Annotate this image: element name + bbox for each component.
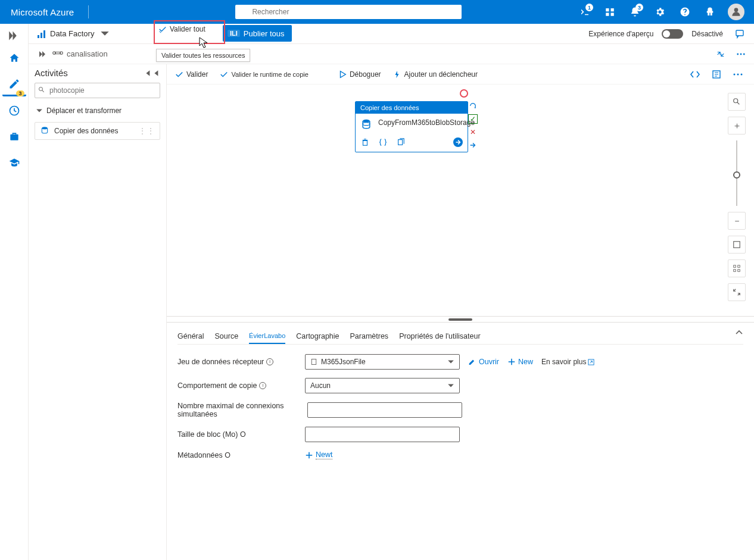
manage-icon[interactable] (2, 125, 26, 149)
svg-rect-8 (10, 134, 18, 140)
copy-behavior-label: Comportement de copiei (177, 381, 297, 390)
tab-source[interactable]: Source (214, 329, 238, 344)
tab-parameters[interactable]: Paramètres (350, 329, 389, 344)
home-icon[interactable] (2, 46, 26, 70)
brand-label[interactable]: Microsoft Azure (0, 7, 85, 17)
info-icon[interactable]: i (259, 382, 266, 389)
zoom-controls: ＋ － (727, 93, 747, 301)
panel-resize-handle[interactable] (167, 316, 754, 322)
tab-user-properties[interactable]: Propriétés de l'utilisateur (399, 329, 480, 344)
author-icon[interactable]: 3 (2, 73, 26, 96)
add-trigger-button[interactable]: Ajouter un déclencheur (393, 70, 478, 79)
copy-behavior-select[interactable]: Aucun (305, 378, 460, 393)
directory-icon[interactable] (598, 0, 622, 24)
clone-icon[interactable] (396, 137, 406, 147)
info-icon[interactable]: i (266, 358, 273, 365)
svg-point-28 (741, 73, 743, 75)
metadata-new-button[interactable]: Newt (305, 450, 332, 459)
help-icon[interactable] (673, 0, 697, 24)
feedback-button[interactable] (731, 26, 748, 42)
monitor-icon[interactable] (2, 99, 26, 123)
new-dataset-button[interactable]: New (507, 358, 533, 366)
svg-point-17 (740, 53, 742, 55)
breakpoint-marker[interactable] (460, 89, 468, 98)
properties-icon[interactable] (709, 67, 724, 82)
breadcrumb-label[interactable]: canalisation (67, 49, 108, 58)
tab-sink[interactable]: ÉvierLavabo (249, 329, 285, 344)
validate-all-button[interactable]: Valider tout (158, 25, 205, 33)
activity-copy-data[interactable]: Copier des données ⋮⋮ (35, 122, 160, 140)
collapse-panel-icon[interactable] (735, 329, 743, 339)
code-view-icon[interactable] (687, 67, 703, 82)
validate-button[interactable]: Valider (175, 70, 208, 79)
zoom-in-button[interactable]: ＋ (728, 117, 746, 134)
max-connections-input[interactable] (307, 402, 462, 418)
rail-collapse[interactable] (2, 27, 26, 44)
expand-canvas-icon[interactable] (714, 47, 728, 61)
fit-screen-button[interactable] (728, 236, 746, 254)
braces-icon[interactable] (378, 137, 388, 147)
collapse-canvas-button[interactable] (728, 283, 746, 301)
section-move-transform[interactable]: Déplacer et transformer (35, 104, 160, 117)
feedback-icon[interactable] (698, 0, 722, 24)
svg-point-18 (743, 53, 745, 55)
notifications-badge: 3 (635, 4, 643, 11)
retry-connector[interactable] (468, 101, 478, 111)
left-rail: 3 (0, 24, 29, 560)
chevron-down-icon (447, 382, 454, 389)
svg-rect-4 (606, 13, 609, 16)
sink-dataset-select[interactable]: M365JsonFile (305, 354, 460, 370)
activities-title: Activités (35, 68, 68, 78)
global-search[interactable] (235, 5, 462, 19)
snap-grid-button[interactable] (728, 259, 746, 277)
learning-icon[interactable] (2, 151, 26, 175)
drag-handle-icon: ⋮⋮ (138, 126, 155, 136)
search-icon (38, 86, 45, 95)
azure-header: Microsoft Azure 1 3 (0, 0, 754, 24)
navigate-icon[interactable] (453, 137, 463, 147)
debug-button[interactable]: Déboguer (338, 70, 381, 79)
breadcrumb: canalisation (29, 44, 754, 64)
publish-all-button[interactable]: ILI Publier tous (223, 25, 292, 42)
svg-point-21 (42, 127, 47, 129)
account-avatar[interactable] (728, 4, 744, 20)
zoom-out-button[interactable]: － (728, 212, 746, 230)
completion-connector[interactable] (468, 140, 478, 150)
activities-search-input[interactable] (35, 83, 160, 98)
tab-general[interactable]: Général (177, 329, 204, 344)
activities-search[interactable] (35, 83, 160, 98)
pipeline-canvas[interactable]: Copier des données CopyFromM365toBlobSto… (167, 85, 754, 316)
zoom-slider[interactable] (736, 140, 737, 206)
more-icon[interactable] (734, 47, 748, 61)
learn-more-link[interactable]: En savoir plus (541, 358, 594, 366)
node-name: CopyFromM365toBlobStorage (378, 118, 475, 128)
search-input[interactable] (235, 5, 462, 19)
svg-rect-5 (611, 13, 614, 16)
settings-icon[interactable] (648, 0, 672, 24)
open-dataset-button[interactable]: Ouvrir (468, 358, 499, 366)
search-canvas-button[interactable] (728, 93, 746, 111)
more-canvas-icon[interactable] (730, 67, 746, 82)
block-size-input[interactable] (305, 427, 460, 442)
failure-connector[interactable]: ✕ (468, 127, 478, 137)
block-size-label: Taille de bloc (Mo) O (177, 430, 297, 439)
preview-label: Expérience d'aperçu (588, 30, 653, 38)
cloud-shell-icon[interactable]: 1 (573, 0, 597, 24)
tab-mapping[interactable]: Cartographie (296, 329, 339, 344)
breadcrumb-expand[interactable] (35, 51, 49, 58)
validate-runtime-button[interactable]: Valider le runtime de copie (220, 70, 308, 79)
svg-rect-39 (738, 265, 740, 268)
svg-rect-37 (734, 242, 740, 248)
notifications-icon[interactable]: 3 (623, 0, 647, 24)
activities-collapse[interactable] (145, 70, 160, 77)
delete-icon[interactable] (360, 137, 370, 147)
preview-state: Désactivé (691, 30, 723, 38)
preview-toggle[interactable] (662, 29, 683, 39)
svg-point-30 (363, 123, 370, 126)
activity-node-copy[interactable]: Copier des données CopyFromM365toBlobSto… (355, 101, 468, 152)
success-connector[interactable]: ✓ (468, 114, 478, 124)
product-label: Data Factory (50, 29, 94, 38)
database-icon (360, 118, 372, 130)
product-selector[interactable]: Data Factory (37, 29, 110, 39)
svg-rect-31 (363, 140, 367, 145)
